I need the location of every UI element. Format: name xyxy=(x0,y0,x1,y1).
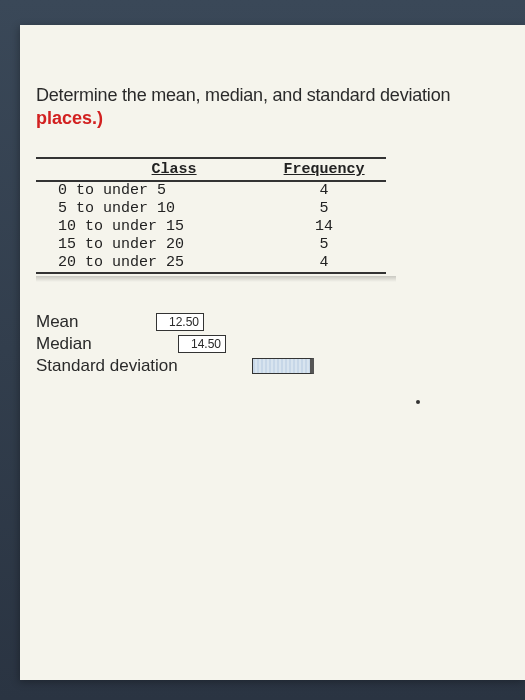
sd-row: Standard deviation xyxy=(36,356,500,376)
class-cell: 20 to under 25 xyxy=(36,254,262,273)
mean-label: Mean xyxy=(36,312,156,332)
sd-input-box[interactable] xyxy=(252,358,314,374)
table-header-frequency: Frequency xyxy=(262,158,386,181)
results-block: Mean 12.50 Median 14.50 Standard deviati… xyxy=(36,312,500,376)
table-row: 15 to under 20 5 xyxy=(36,236,386,254)
table-row: 20 to under 25 4 xyxy=(36,254,386,273)
freq-cell: 4 xyxy=(262,254,386,273)
decorative-dot xyxy=(416,400,420,404)
median-row: Median 14.50 xyxy=(36,334,500,354)
class-cell: 10 to under 15 xyxy=(36,218,262,236)
class-cell: 5 to under 10 xyxy=(36,200,262,218)
table-row: 10 to under 15 14 xyxy=(36,218,386,236)
median-value-box[interactable]: 14.50 xyxy=(178,335,226,353)
document-page: Determine the mean, median, and standard… xyxy=(20,25,525,680)
table-shadow xyxy=(36,276,396,282)
places-text: places.) xyxy=(36,108,500,129)
class-cell: 15 to under 20 xyxy=(36,236,262,254)
sd-label: Standard deviation xyxy=(36,356,212,376)
frequency-table: Class Frequency 0 to under 5 4 5 to unde… xyxy=(36,157,386,274)
table-row: 0 to under 5 4 xyxy=(36,181,386,200)
freq-cell: 14 xyxy=(262,218,386,236)
mean-value-box[interactable]: 12.50 xyxy=(156,313,204,331)
freq-cell: 5 xyxy=(262,200,386,218)
freq-cell: 5 xyxy=(262,236,386,254)
freq-cell: 4 xyxy=(262,181,386,200)
mean-row: Mean 12.50 xyxy=(36,312,500,332)
median-label: Median xyxy=(36,334,178,354)
table-header-class: Class xyxy=(36,158,262,181)
table-row: 5 to under 10 5 xyxy=(36,200,386,218)
class-cell: 0 to under 5 xyxy=(36,181,262,200)
question-text: Determine the mean, median, and standard… xyxy=(36,85,500,106)
